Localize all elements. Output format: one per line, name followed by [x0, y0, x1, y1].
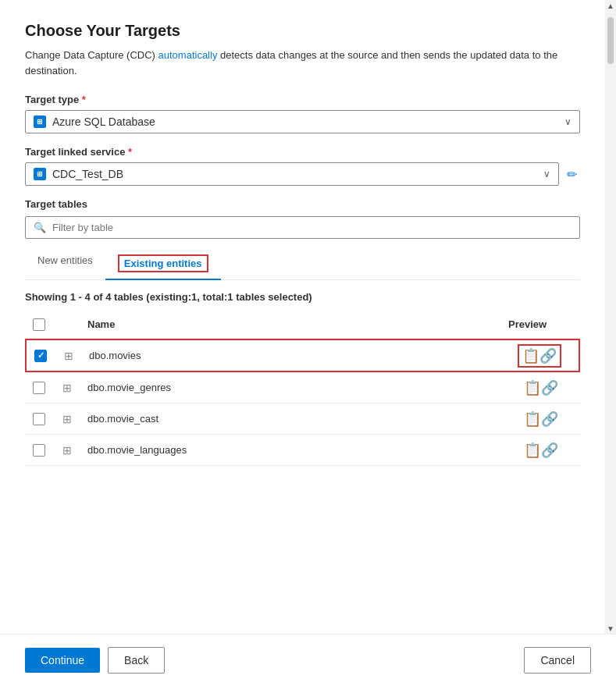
row-4-checkbox-cell: [25, 444, 53, 457]
row-1-table-icon: ⊞: [55, 347, 83, 365]
linked-service-icon: ⊞: [34, 168, 46, 180]
row-4-preview-icon[interactable]: 📋🔗: [502, 442, 580, 459]
showing-text: Showing 1 - 4 of 4 tables (existing:1, t…: [25, 291, 580, 303]
linked-service-row: ⊞ CDC_Test_DB ∨ ✏: [25, 162, 580, 186]
scrollbar[interactable]: ▲ ▼: [605, 0, 616, 634]
row-1-preview-icon[interactable]: 📋🔗: [500, 344, 579, 368]
select-all-checkbox[interactable]: [33, 318, 45, 331]
row-2-preview-icon[interactable]: 📋🔗: [502, 379, 580, 396]
scrollbar-down-arrow[interactable]: ▼: [605, 623, 616, 634]
row-3-checkbox-cell: [25, 413, 53, 425]
target-type-chevron-icon: ∨: [564, 116, 571, 127]
filter-input-wrapper[interactable]: 🔍: [25, 216, 580, 239]
table-row: ⊞ dbo.movies 📋🔗: [25, 339, 580, 372]
linked-service-value: CDC_Test_DB: [52, 168, 123, 180]
table-header: Name Preview: [25, 311, 580, 339]
tab-new-entities[interactable]: New entities: [25, 248, 105, 280]
preview-column-header: Preview: [502, 315, 580, 333]
search-icon: 🔍: [34, 222, 46, 233]
row-1-checkbox-cell: [27, 350, 55, 362]
row-1-checkbox[interactable]: [34, 350, 47, 362]
tabs: New entities Existing entities: [25, 248, 580, 280]
row-3-preview-icon[interactable]: 📋🔗: [502, 411, 580, 428]
tables-list: Name Preview ⊞ dbo.movies 📋🔗 ⊞: [25, 311, 580, 466]
target-type-label: Target type *: [25, 94, 580, 105]
row-2-name: dbo.movie_genres: [81, 375, 502, 400]
row-3-table-icon: ⊞: [53, 410, 81, 428]
linked-service-chevron-icon: ∨: [543, 169, 550, 179]
row-2-checkbox[interactable]: [33, 382, 45, 394]
row-4-name: dbo.movie_languages: [81, 438, 502, 462]
tab-existing-entities[interactable]: Existing entities: [105, 248, 221, 280]
target-tables-label: Target tables: [25, 198, 580, 210]
row-3-checkbox[interactable]: [33, 413, 45, 425]
azure-sql-icon: ⊞: [34, 116, 46, 128]
row-4-table-icon: ⊞: [53, 441, 81, 460]
row-2-table-icon: ⊞: [53, 379, 81, 397]
page-title: Choose Your Targets: [25, 22, 580, 40]
cancel-button[interactable]: Cancel: [524, 647, 591, 674]
scrollbar-up-arrow[interactable]: ▲: [605, 0, 616, 11]
header-checkbox-cell: [25, 315, 53, 333]
continue-button[interactable]: Continue: [25, 648, 100, 673]
row-1-preview-icon-boxed[interactable]: 📋🔗: [518, 344, 561, 368]
row-4-checkbox[interactable]: [33, 444, 45, 457]
footer: Continue Back Cancel: [0, 634, 616, 686]
table-row: ⊞ dbo.movie_cast 📋🔗: [25, 403, 580, 435]
row-1-name: dbo.movies: [83, 343, 500, 368]
target-type-dropdown[interactable]: ⊞ Azure SQL Database ∨: [25, 110, 580, 133]
linked-service-label: Target linked service *: [25, 146, 580, 158]
row-3-name: dbo.movie_cast: [81, 407, 502, 431]
existing-entities-label: Existing entities: [118, 254, 208, 272]
edit-linked-service-icon[interactable]: ✏: [564, 164, 580, 185]
name-column-header: Name: [81, 315, 502, 333]
linked-service-dropdown[interactable]: ⊞ CDC_Test_DB ∨: [25, 162, 559, 186]
row-2-checkbox-cell: [25, 382, 53, 394]
table-row: ⊞ dbo.movie_genres 📋🔗: [25, 372, 580, 403]
table-row: ⊞ dbo.movie_languages 📋🔗: [25, 435, 580, 466]
back-button[interactable]: Back: [108, 647, 165, 674]
target-type-value: Azure SQL Database: [52, 116, 155, 128]
scrollbar-thumb[interactable]: [607, 17, 614, 64]
filter-input[interactable]: [52, 222, 571, 233]
page-description: Change Data Capture (CDC) automatically …: [25, 48, 580, 78]
